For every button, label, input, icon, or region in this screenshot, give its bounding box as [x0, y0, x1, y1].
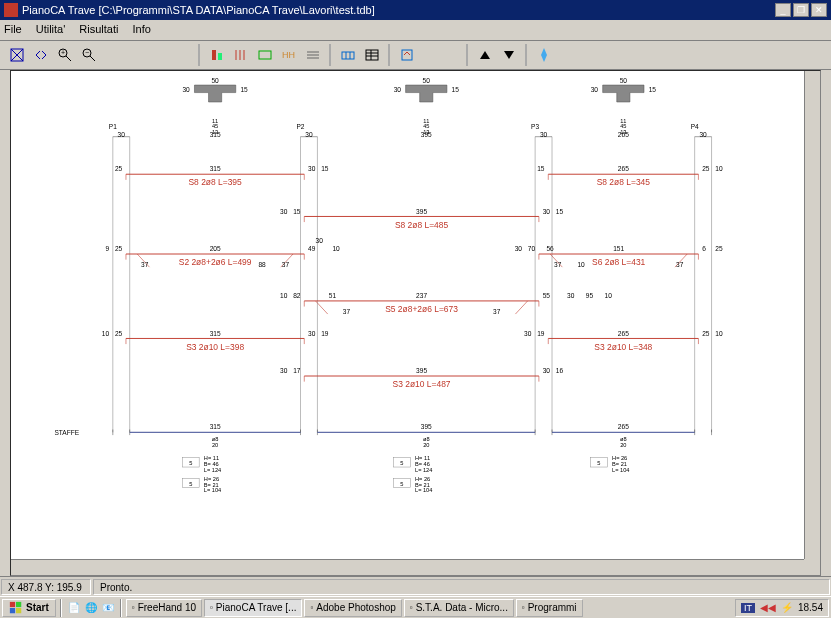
svg-text:15: 15: [452, 86, 460, 93]
start-button[interactable]: Start: [2, 599, 56, 617]
tool-zoomout-icon[interactable]: −: [78, 44, 100, 66]
svg-text:S6 2ø8 L=431: S6 2ø8 L=431: [592, 257, 646, 267]
svg-rect-9: [342, 52, 354, 59]
svg-text:395: 395: [416, 208, 427, 215]
svg-text:20: 20: [423, 442, 429, 448]
svg-line-112: [515, 301, 527, 314]
svg-text:5: 5: [189, 460, 192, 466]
svg-text:37: 37: [493, 308, 501, 315]
drawing-canvas[interactable]: P130P230P330P430315395265503015114513503…: [11, 71, 804, 559]
tool-expand-icon[interactable]: [30, 44, 52, 66]
svg-text:10: 10: [577, 261, 585, 268]
minimize-button[interactable]: _: [775, 3, 791, 17]
tool-view5-icon[interactable]: [302, 44, 324, 66]
tool-view4-icon[interactable]: HH: [278, 44, 300, 66]
svg-text:25: 25: [715, 245, 723, 252]
tool-grid-icon[interactable]: [337, 44, 359, 66]
svg-text:L=  104: L= 104: [204, 487, 221, 493]
svg-text:P2: P2: [297, 123, 305, 130]
menu-risultati[interactable]: Risultati: [79, 23, 118, 35]
svg-text:20: 20: [620, 442, 626, 448]
svg-text:82: 82: [293, 292, 301, 299]
svg-text:L=  104: L= 104: [612, 467, 629, 473]
svg-text:ø8: ø8: [212, 436, 219, 442]
svg-rect-5: [212, 50, 216, 60]
svg-text:25: 25: [115, 245, 123, 252]
svg-text:S2 2ø8+2ø6 L=499: S2 2ø8+2ø6 L=499: [179, 257, 252, 267]
svg-text:25: 25: [702, 165, 710, 172]
menu-file[interactable]: File: [4, 23, 22, 35]
svg-text:30: 30: [543, 367, 551, 374]
lang-indicator[interactable]: IT: [741, 603, 755, 613]
taskbar-app-button[interactable]: ▫S.T.A. Data - Micro...: [404, 599, 514, 617]
svg-text:30: 30: [515, 245, 523, 252]
taskbar-app-button[interactable]: ▫PianoCA Trave [...: [204, 599, 302, 617]
svg-text:10: 10: [605, 292, 613, 299]
taskbar-app-button[interactable]: ▫Adobe Photoshop: [304, 599, 401, 617]
scroll-corner: [804, 559, 820, 575]
svg-text:S3 2ø10 L=487: S3 2ø10 L=487: [393, 379, 451, 389]
svg-rect-197: [10, 601, 15, 606]
svg-text:30: 30: [308, 165, 316, 172]
svg-text:56: 56: [546, 245, 554, 252]
svg-text:P3: P3: [531, 123, 539, 130]
svg-text:HH: HH: [282, 50, 295, 60]
svg-text:ø8: ø8: [620, 436, 627, 442]
svg-text:5: 5: [597, 460, 600, 466]
svg-text:15: 15: [240, 86, 248, 93]
svg-text:15: 15: [556, 208, 564, 215]
svg-text:S5 2ø8+2ø6 L=673: S5 2ø8+2ø6 L=673: [385, 304, 458, 314]
svg-rect-200: [16, 608, 21, 613]
horizontal-scrollbar[interactable]: [11, 559, 804, 575]
tool-view1-icon[interactable]: [206, 44, 228, 66]
ql-icon[interactable]: 📄: [66, 600, 82, 616]
system-tray[interactable]: IT ◀◀ ⚡ 18.54: [735, 599, 829, 617]
window-titlebar: PianoCA Trave [C:\Programmi\STA DATA\Pia…: [0, 0, 831, 20]
status-coords: X 487.8 Y: 195.9: [1, 579, 91, 595]
taskbar-app-button[interactable]: ▫Programmi: [516, 599, 583, 617]
svg-text:30: 30: [524, 330, 532, 337]
svg-text:L=  124: L= 124: [415, 467, 432, 473]
svg-text:30: 30: [280, 367, 288, 374]
taskbar-app-button[interactable]: ▫FreeHand 10: [126, 599, 202, 617]
menu-utilita[interactable]: Utilita': [36, 23, 66, 35]
tool-center-icon[interactable]: [533, 44, 555, 66]
svg-text:S8 2ø8 L=345: S8 2ø8 L=345: [597, 177, 651, 187]
tool-export-icon[interactable]: [396, 44, 418, 66]
tray-icon[interactable]: ◀◀: [760, 602, 776, 613]
svg-text:L=  124: L= 124: [204, 467, 221, 473]
svg-text:P1: P1: [109, 123, 117, 130]
svg-text:15: 15: [321, 165, 329, 172]
svg-text:ø8: ø8: [423, 436, 430, 442]
system-taskbar: Start 📄 🌐 📧 ▫FreeHand 10▫PianoCA Trave […: [0, 596, 831, 618]
tool-zoomin-icon[interactable]: +: [54, 44, 76, 66]
ql-icon[interactable]: 📧: [100, 600, 116, 616]
svg-rect-7: [259, 51, 271, 59]
tool-view2-icon[interactable]: [230, 44, 252, 66]
svg-rect-199: [10, 608, 15, 613]
tool-view3-icon[interactable]: [254, 44, 276, 66]
svg-text:10: 10: [715, 165, 723, 172]
tool-down-icon[interactable]: [498, 44, 520, 66]
close-button[interactable]: ✕: [811, 3, 827, 17]
svg-text:13: 13: [423, 129, 429, 135]
tray-icon[interactable]: ⚡: [781, 602, 793, 613]
window-title: PianoCA Trave [C:\Programmi\STA DATA\Pia…: [22, 4, 775, 16]
svg-text:6: 6: [702, 245, 706, 252]
svg-text:25: 25: [702, 330, 710, 337]
ql-icon[interactable]: 🌐: [83, 600, 99, 616]
windows-icon: [9, 601, 23, 615]
svg-text:S3 2ø10 L=398: S3 2ø10 L=398: [186, 342, 244, 352]
tool-fit-icon[interactable]: [6, 44, 28, 66]
svg-rect-6: [218, 53, 222, 60]
tool-table-icon[interactable]: [361, 44, 383, 66]
svg-text:30: 30: [543, 208, 551, 215]
svg-text:S3 2ø10 L=348: S3 2ø10 L=348: [594, 342, 652, 352]
vertical-scrollbar[interactable]: [804, 71, 820, 559]
svg-text:95: 95: [586, 292, 594, 299]
menu-info[interactable]: Info: [132, 23, 150, 35]
restore-button[interactable]: ❐: [793, 3, 809, 17]
clock[interactable]: 18.54: [798, 602, 823, 613]
tool-up-icon[interactable]: [474, 44, 496, 66]
svg-text:395: 395: [421, 423, 432, 430]
